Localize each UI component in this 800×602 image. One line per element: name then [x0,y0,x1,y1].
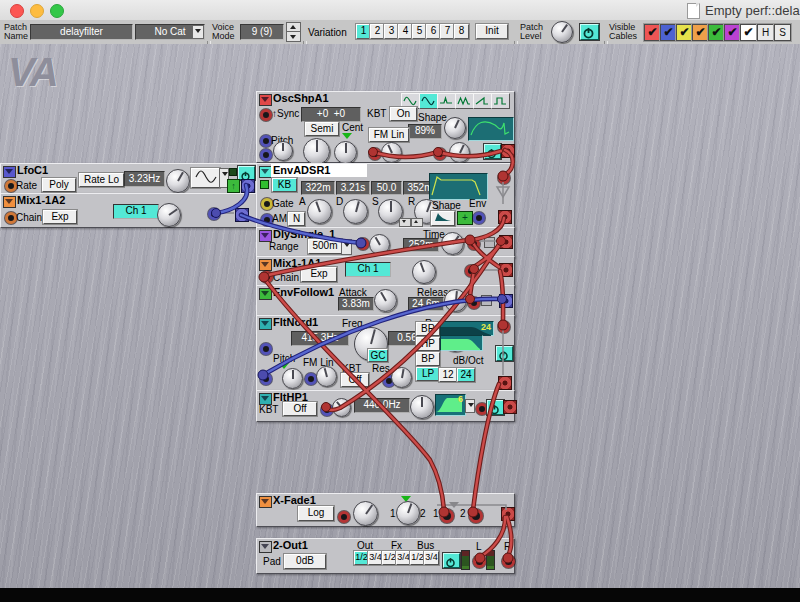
inc-arrow-button[interactable] [411,218,423,227]
variation-button-3[interactable]: 3 [384,24,399,39]
time-mod-input-jack[interactable] [357,238,369,250]
dest-bus-12-button[interactable]: 1/2 [410,551,425,565]
wave-double-saw-button[interactable] [455,93,474,109]
xfade-knob[interactable] [396,501,420,525]
mute-power-button[interactable] [487,400,504,415]
res-mod-knob[interactable] [391,367,412,388]
level-knob[interactable] [157,203,181,227]
slope-12-button[interactable]: 12 [439,368,457,382]
dest-out-12-button[interactable]: 1/2 [354,551,369,565]
mix-output-port[interactable] [499,263,513,277]
left-input-jack[interactable] [473,555,486,568]
module-menu-button[interactable] [259,496,272,508]
mute-power-button[interactable] [443,553,460,568]
kbt-toggle-button[interactable]: On [390,107,417,121]
poly-mono-button[interactable]: Poly [42,178,76,192]
cable-checkbox-red[interactable]: ✔ [644,24,661,41]
wave-pulse-button[interactable] [491,93,510,109]
cent-knob[interactable] [334,141,357,164]
variation-button-2[interactable]: 2 [370,24,385,39]
cable-checkbox-purple[interactable]: ✔ [724,24,741,41]
shake-cables-button[interactable]: S [774,24,791,41]
module-dlysingle1[interactable]: DlySingle..1 Range 500m Time 252m [256,227,515,258]
cable-checkbox-orange[interactable]: ✔ [692,24,709,41]
input-2-jack[interactable] [469,509,483,523]
module-menu-button[interactable] [259,318,272,330]
mute-power-button[interactable] [484,144,501,159]
env-mod-jack[interactable] [473,212,485,224]
curve-mode-button[interactable]: Log [298,506,334,521]
input-1-jack[interactable] [440,509,454,523]
level-knob[interactable] [412,260,436,284]
env-polarity-button[interactable]: + [457,211,473,225]
kbt-toggle-button[interactable]: Off [283,402,317,416]
module-mix1-1a2[interactable]: Mix1-1A2 Chain Exp Ch 1 [0,193,259,228]
module-fltnord1[interactable]: FltNord1 Freq 415.3Hz Res 0.56 BR HP BP … [256,315,515,392]
audio-input-jack[interactable] [468,297,480,309]
audio-input-jack[interactable] [468,238,480,250]
bypass-box[interactable] [484,237,495,248]
variation-button-5[interactable]: 5 [412,24,427,39]
chain-mode-button[interactable]: Exp [43,210,77,224]
pitch-knob[interactable] [273,141,293,161]
filter-output-port[interactable] [503,400,517,414]
attack-knob[interactable] [307,199,332,224]
slope-24-button[interactable]: 24 [457,368,475,382]
attack-knob[interactable] [374,289,397,312]
filter-type-bp-button[interactable]: BP [416,352,440,366]
category-dropdown-arrow[interactable] [192,25,204,39]
zoom-traffic-light[interactable] [50,4,64,18]
patch-level-knob[interactable] [551,21,573,43]
decay-knob[interactable] [343,199,368,224]
fm-mode-button[interactable]: FM Lin [369,128,409,142]
range-dropdown[interactable]: 500m [308,239,342,254]
in-jack[interactable] [208,208,220,220]
bypass-box[interactable] [481,295,492,306]
env-output-port[interactable] [499,294,513,308]
filter-type-hp-button[interactable]: HP [416,337,440,351]
filter-type-br-button[interactable]: BR [416,322,440,336]
pitch-knob[interactable] [282,368,303,389]
lfo-output-port[interactable] [241,179,255,193]
kb-gate-button[interactable]: KB [272,178,297,192]
module-menu-button[interactable] [259,288,272,300]
time-mod-knob[interactable] [369,234,390,255]
module-2out1[interactable]: 2-Out1 Pad 0dB Out Fx Bus 1/2 3/4 1/2 3/… [256,538,515,574]
gain-control-button[interactable]: GC [368,349,388,362]
cable-checkbox-white[interactable]: ✔ [740,24,757,41]
rate-knob[interactable] [166,169,190,193]
module-envadsr1[interactable]: EnvADSR1 KB 322m 3.21s 50.0 352m Gate A … [256,163,515,229]
dest-out-34-button[interactable]: 3/4 [368,551,383,565]
xfade-output-port[interactable] [501,507,515,521]
module-lfoc1[interactable]: LfoC1 Rate Poly Rate Lo 3.23Hz ↑ [0,163,259,195]
patch-level-power-button[interactable] [580,24,599,40]
hide-cables-button[interactable]: H [757,24,774,41]
module-oscshpa1[interactable]: OscShpA1 ↑Sync +0 +0 KBT On Shape 89% Se… [256,91,515,163]
filter-type-lp-button[interactable]: LP [416,367,440,381]
env-shape-button[interactable] [431,211,455,226]
delay-output-port[interactable] [499,235,513,249]
patch-name-input[interactable]: delayfilter [30,24,133,40]
freq-mod-jack[interactable] [260,343,272,355]
env-output-port[interactable] [498,210,512,224]
cable-checkbox-yellow[interactable]: ✔ [676,24,693,41]
module-xfade1[interactable]: X-Fade1 Log 1 2 1 2 [256,493,515,527]
shape-mod-input-jack[interactable] [434,148,446,160]
right-input-jack[interactable] [502,555,515,568]
variation-button-4[interactable]: 4 [398,24,413,39]
voice-down-button[interactable] [286,31,301,42]
chain-mode-button[interactable]: Exp [301,267,337,282]
module-mix1-1a1[interactable]: Mix1-1A1 Chain Exp Ch 1 [256,256,515,287]
slope-dropdown-arrow[interactable] [465,399,475,413]
semi-knob[interactable] [303,138,330,165]
am-mode-button[interactable]: N [288,212,305,226]
dec-arrow-button[interactable] [399,218,411,227]
fm-amount-knob[interactable] [316,366,337,387]
mix-output-port[interactable] [235,208,249,222]
semi-mode-button[interactable]: Semi [305,122,339,136]
release-knob[interactable] [444,289,467,312]
lfo-wave-selector[interactable] [191,168,220,188]
pitch-input-jack-2[interactable] [260,149,272,161]
module-envfollow1[interactable]: EnvFollow1 Attack 3.83m Release 24.6m [256,285,515,317]
audio-output-port[interactable] [501,144,515,158]
